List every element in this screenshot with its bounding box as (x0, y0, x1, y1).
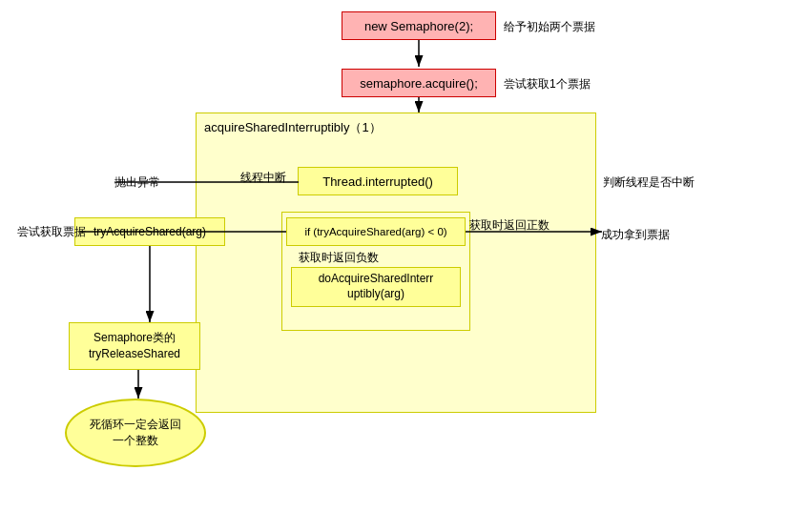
new-semaphore-label: new Semaphore(2); (364, 19, 473, 33)
if-try-box: if (tryAcquireShared(arg) < 0) (286, 217, 466, 246)
oval-dead-loop: 死循环一定会返回 一个整数 (65, 399, 206, 467)
new-semaphore-box: new Semaphore(2); (342, 11, 496, 40)
label-judge-interrupted: 判断线程是否中断 (603, 174, 695, 191)
thread-interrupted-box: Thread.interrupted() (298, 167, 458, 195)
label-give-two: 给予初始两个票据 (504, 19, 595, 35)
left-if-arrow-svg (78, 225, 288, 238)
label-negative: 获取时返回负数 (299, 250, 379, 266)
outer-title: acquireSharedInterruptibly（1） (204, 119, 382, 136)
oval-label: 死循环一定会返回 一个整数 (90, 417, 181, 449)
acquire-label: semaphore.acquire(); (360, 76, 478, 91)
label-success: 成功拿到票据 (601, 227, 670, 243)
if-try-label: if (tryAcquireShared(arg) < 0) (304, 226, 446, 237)
left-arrow-svg (114, 176, 301, 188)
acquire-box: semaphore.acquire(); (342, 69, 496, 97)
diagram-container: new Semaphore(2); 给予初始两个票据 semaphore.acq… (0, 0, 788, 532)
label-try-get-ticket: 尝试获取票据 (17, 224, 86, 240)
semaphore-release-box: Semaphore类的tryReleaseShared (69, 322, 200, 370)
semaphore-release-label: Semaphore类的tryReleaseShared (89, 330, 180, 362)
right-arrow-svg (466, 225, 604, 238)
do-acquire-label: doAcquireSharedInterruptibly(arg) (319, 272, 434, 301)
do-acquire-box: doAcquireSharedInterruptibly(arg) (291, 267, 461, 307)
thread-interrupted-label: Thread.interrupted() (322, 174, 433, 189)
label-try-get: 尝试获取1个票据 (504, 76, 591, 92)
